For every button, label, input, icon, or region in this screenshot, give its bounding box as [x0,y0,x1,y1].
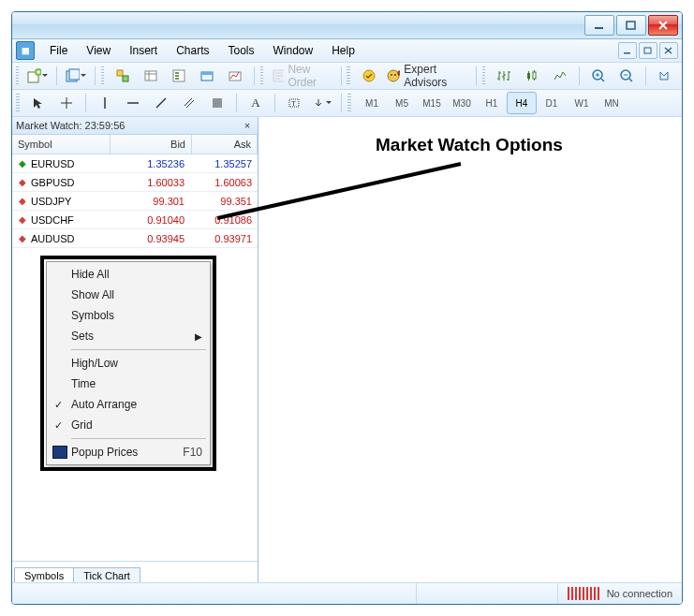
header-ask[interactable]: Ask [192,135,258,154]
market-watch-title-text: Market Watch: 23:59:56 [16,120,125,131]
candlesticks-button[interactable] [519,65,545,87]
svg-point-19 [394,74,396,76]
vertical-line-button[interactable] [92,92,118,114]
line-studies-toolbar: A T M1M5M15M30H1H4D1W1MN [12,90,682,117]
direction-icon: ◆ [18,159,27,169]
ctx-popup-prices[interactable]: Popup PricesF10 [49,442,208,462]
toolbar-grip[interactable] [347,66,349,85]
menu-charts[interactable]: Charts [167,41,218,60]
new-order-label: New Order [288,63,332,89]
close-button[interactable] [648,15,678,36]
maximize-button[interactable] [616,15,646,36]
timeframe-m15[interactable]: M15 [417,92,447,114]
svg-rect-20 [398,71,401,75]
timeframe-mn[interactable]: MN [597,92,627,114]
menu-view[interactable]: View [77,41,120,60]
check-icon: ✓ [54,419,63,432]
terminal-button[interactable] [194,65,220,87]
timeframe-w1[interactable]: W1 [567,92,597,114]
navigator-button[interactable] [166,65,192,87]
timeframe-h4[interactable]: H4 [507,92,537,114]
annotation-label: Market Watch Options [376,135,563,155]
market-watch-header-row: Symbol Bid Ask [12,135,258,154]
standard-toolbar: New Order Expert Advisors [12,63,682,90]
menu-insert[interactable]: Insert [120,41,167,60]
timeframe-m1[interactable]: M1 [357,92,387,114]
arrows-menu-button[interactable] [309,92,335,114]
timeframe-d1[interactable]: D1 [537,92,567,114]
auto-scroll-button[interactable] [652,65,678,87]
new-chart-button[interactable] [24,65,51,87]
profiles-button[interactable] [63,65,89,87]
ctx-sets[interactable]: Sets▶ [49,326,208,346]
toolbar-grip[interactable] [260,66,263,85]
timeframe-h1[interactable]: H1 [477,92,507,114]
market-watch-button[interactable] [110,65,136,87]
header-symbol[interactable]: Symbol [12,135,111,154]
chart-area[interactable]: Market Watch Options [258,117,682,582]
ctx-high-low[interactable]: High/Low [49,353,208,374]
menu-file[interactable]: File [40,41,77,60]
fibonacci-button[interactable] [204,92,230,114]
toolbar-grip[interactable] [16,94,20,112]
context-menu-callout: Hide All Show All Symbols Sets▶ High/Low… [40,256,256,471]
horizontal-line-button[interactable] [120,92,146,114]
text-button[interactable]: A [243,92,269,114]
new-order-button[interactable]: New Order [269,65,334,87]
symbol-name: EURUSD [31,158,74,169]
connection-status-icon [568,587,599,600]
toolbar-grip[interactable] [101,66,104,85]
timeframe-m30[interactable]: M30 [447,92,477,114]
market-watch-title-bar[interactable]: Market Watch: 23:59:56 × [12,117,258,135]
equidistant-channel-button[interactable] [176,92,202,114]
svg-rect-8 [117,70,123,76]
mdi-close-button[interactable] [659,42,678,59]
bar-chart-button[interactable] [491,65,517,87]
market-watch-close-icon[interactable]: × [241,119,254,132]
minimize-button[interactable] [584,15,614,36]
toolbar-grip[interactable] [482,66,485,85]
toolbar-grip[interactable] [16,66,19,85]
ctx-symbols[interactable]: Symbols [49,305,208,326]
title-bar [12,12,682,39]
app-window: ▦ File View Insert Charts Tools Window H… [11,11,683,605]
ctx-show-all[interactable]: Show All [49,285,208,305]
menu-window[interactable]: Window [264,41,323,60]
app-icon: ▦ [16,41,35,60]
svg-rect-22 [533,72,536,79]
expert-advisors-button[interactable]: Expert Advisors [384,65,471,87]
menu-help[interactable]: Help [322,41,364,60]
mdi-restore-button[interactable] [639,42,657,59]
trendline-button[interactable] [148,92,174,114]
zoom-in-button[interactable] [585,65,612,87]
ctx-auto-arrange[interactable]: ✓Auto Arrange [49,394,208,415]
crosshair-button[interactable] [53,92,80,114]
svg-rect-3 [644,48,651,53]
connection-status-text: No connection [607,588,672,599]
zoom-out-button[interactable] [613,65,640,87]
svg-rect-2 [624,52,630,54]
toolbar-grip[interactable] [347,94,351,112]
header-bid[interactable]: Bid [111,135,192,154]
mdi-minimize-button[interactable] [618,42,637,59]
ctx-grid[interactable]: ✓Grid [49,415,208,435]
cursor-button[interactable] [25,92,52,114]
data-window-button[interactable] [138,65,164,87]
ctx-hide-all[interactable]: Hide All [49,264,208,285]
symbol-name: USDJPY [31,196,71,207]
text-label-button[interactable]: T [281,92,307,114]
tab-symbols[interactable]: Symbols [14,567,74,582]
line-chart-button[interactable] [547,65,573,87]
metaquotes-lang-button[interactable] [356,65,382,87]
timeframe-m5[interactable]: M5 [387,92,417,114]
direction-icon: ◆ [18,234,27,243]
ctx-time[interactable]: Time [49,374,208,394]
symbol-name: AUDUSD [31,233,74,244]
bid-price: 1.60033 [110,173,190,191]
annotation-arrow [217,162,480,237]
expert-advisors-label: Expert Advisors [404,63,467,89]
symbol-name: USDCHF [31,214,74,226]
strategy-tester-button[interactable] [222,65,248,87]
tab-tick-chart[interactable]: Tick Chart [73,567,140,582]
menu-tools[interactable]: Tools [219,41,264,60]
